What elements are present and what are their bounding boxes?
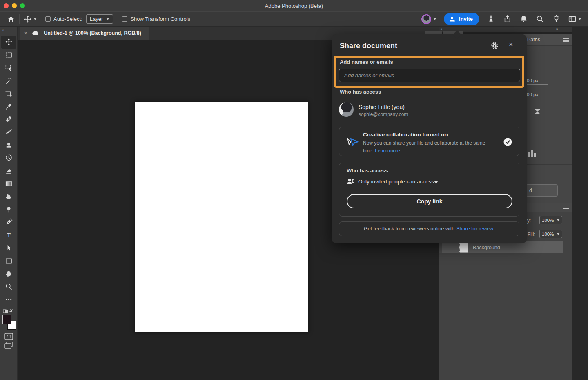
width-field[interactable]: 00 px bbox=[524, 76, 548, 85]
collaboration-title: Creative collaboration turned on bbox=[363, 132, 448, 138]
default-swap-colors-icon[interactable] bbox=[2, 308, 14, 316]
quick-action-button-partial[interactable]: d bbox=[526, 184, 558, 197]
tool-zoom[interactable] bbox=[0, 280, 18, 293]
tool-brush[interactable] bbox=[0, 126, 18, 139]
access-heading: Who has access bbox=[347, 168, 388, 174]
svg-text:T: T bbox=[7, 231, 11, 238]
tool-hand[interactable] bbox=[0, 267, 18, 280]
tool-rectangle[interactable] bbox=[0, 255, 18, 268]
move-tool-preset-icon[interactable] bbox=[24, 15, 32, 23]
zoom-icon bbox=[5, 283, 13, 291]
beta-flask-icon[interactable] bbox=[487, 15, 495, 23]
share-for-review-link[interactable]: Share for review. bbox=[456, 226, 494, 232]
tool-eraser[interactable] bbox=[0, 164, 18, 177]
chevron-down-icon bbox=[557, 219, 560, 221]
path-selection-icon bbox=[5, 244, 13, 252]
gradient-icon bbox=[5, 180, 13, 188]
chevron-down-icon bbox=[557, 233, 560, 235]
quick-mask-icon[interactable] bbox=[4, 333, 13, 342]
opacity-select[interactable]: 100% bbox=[539, 216, 562, 224]
collaboration-cursor-icon bbox=[345, 135, 359, 150]
learn-more-link[interactable]: Learn more bbox=[375, 148, 400, 154]
auto-select-checkbox[interactable] bbox=[45, 16, 51, 22]
layer-thumbnail[interactable] bbox=[459, 243, 468, 253]
color-swatches bbox=[2, 315, 17, 331]
right-dock-background bbox=[572, 27, 588, 380]
tool-more-tools[interactable] bbox=[0, 293, 18, 306]
separator bbox=[19, 14, 20, 24]
tool-object-selection[interactable] bbox=[0, 61, 18, 74]
fill-select[interactable]: 100% bbox=[539, 230, 562, 238]
workspace-switcher[interactable] bbox=[568, 15, 581, 23]
auto-select-target-value: Layer bbox=[90, 16, 103, 22]
window-title: Adobe Photoshop (Beta) bbox=[0, 3, 588, 9]
histogram-icon[interactable] bbox=[528, 150, 536, 157]
layer-name: Background bbox=[473, 245, 500, 250]
height-field[interactable]: 00 px bbox=[524, 90, 548, 98]
home-icon[interactable] bbox=[7, 15, 15, 23]
access-option-value[interactable]: Only invited people can access bbox=[358, 179, 434, 185]
hourglass-icon[interactable] bbox=[533, 107, 542, 118]
tool-crop[interactable] bbox=[0, 87, 18, 100]
close-dialog-icon[interactable]: × bbox=[509, 40, 513, 49]
tool-gradient[interactable] bbox=[0, 177, 18, 190]
crop-icon bbox=[5, 89, 13, 97]
tool-rectangular-marquee[interactable] bbox=[0, 49, 18, 62]
invite-button[interactable]: Invite bbox=[444, 13, 479, 25]
rectangular-marquee-icon bbox=[5, 51, 13, 59]
chevron-down-icon bbox=[433, 18, 437, 20]
foreground-color-swatch[interactable] bbox=[2, 315, 11, 324]
tool-pen[interactable] bbox=[0, 216, 18, 229]
discover-lightbulb-icon[interactable] bbox=[552, 15, 561, 23]
notifications-bell-icon[interactable] bbox=[519, 15, 528, 23]
tool-clone-stamp[interactable] bbox=[0, 139, 18, 152]
tool-move[interactable] bbox=[1, 36, 16, 49]
add-names-input[interactable] bbox=[339, 69, 520, 82]
tool-spot-healing-brush[interactable] bbox=[0, 113, 18, 126]
document-tab[interactable]: × Untitled-1 @ 100% (Background, RGB/8) bbox=[20, 27, 149, 40]
panel-menu-icon[interactable] bbox=[563, 206, 569, 209]
export-share-icon[interactable] bbox=[503, 15, 512, 23]
tab-paths[interactable]: Paths bbox=[527, 37, 540, 42]
account-menu[interactable] bbox=[421, 14, 437, 24]
tool-magic-wand[interactable] bbox=[0, 74, 18, 87]
tool-history-brush[interactable] bbox=[0, 152, 18, 165]
collapse-panel-icon[interactable]: » bbox=[2, 28, 5, 33]
tool-path-selection[interactable] bbox=[0, 241, 18, 255]
search-icon[interactable] bbox=[536, 15, 544, 23]
tools-panel: » T bbox=[0, 27, 18, 380]
fill-label: Fill: bbox=[528, 232, 535, 237]
chevron-down-icon[interactable] bbox=[434, 181, 438, 183]
collaboration-body: Now you can share your file and collabor… bbox=[363, 139, 486, 154]
document-white-page[interactable] bbox=[135, 102, 308, 332]
eraser-icon bbox=[5, 167, 13, 174]
auto-select-target-dropdown[interactable]: Layer bbox=[86, 14, 114, 24]
photoshop-window: Adobe Photoshop (Beta) Auto-Select: Laye… bbox=[0, 0, 588, 380]
tool-dodge[interactable] bbox=[0, 203, 18, 216]
owner-avatar bbox=[339, 102, 354, 117]
tool-eyedropper[interactable] bbox=[0, 100, 18, 113]
collapse-panels-icon[interactable]: « bbox=[440, 27, 442, 31]
dialog-title: Share document bbox=[340, 42, 397, 50]
owner-name: Sophie Little (you) bbox=[359, 104, 405, 110]
layer-row-background[interactable]: Background bbox=[442, 241, 564, 253]
settings-gear-icon[interactable] bbox=[490, 42, 499, 51]
cloud-document-icon bbox=[31, 30, 40, 36]
copy-link-button[interactable]: Copy link bbox=[347, 194, 512, 208]
tool-type[interactable]: T bbox=[0, 229, 18, 242]
tools-list: T bbox=[0, 36, 18, 306]
chevron-down-icon bbox=[106, 18, 109, 20]
header-icons bbox=[487, 15, 561, 23]
close-tab-icon[interactable]: × bbox=[24, 30, 27, 36]
expand-panels-icon[interactable]: » bbox=[556, 27, 558, 31]
chevron-down-icon[interactable] bbox=[33, 18, 37, 20]
dodge-icon bbox=[5, 206, 13, 213]
screen-mode-icon[interactable] bbox=[4, 342, 13, 350]
rectangle-icon bbox=[5, 257, 13, 265]
tool-smudge[interactable] bbox=[0, 190, 18, 203]
history-brush-icon bbox=[5, 154, 13, 162]
eyedropper-icon bbox=[5, 103, 13, 110]
panel-menu-icon[interactable] bbox=[563, 38, 569, 42]
show-transform-checkbox[interactable] bbox=[122, 16, 127, 22]
object-selection-icon bbox=[5, 64, 13, 72]
